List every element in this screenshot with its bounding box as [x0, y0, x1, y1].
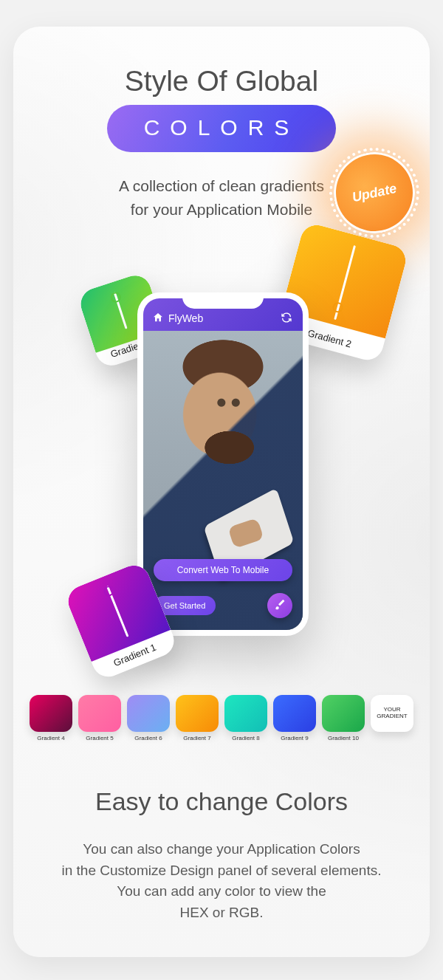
gradient-swatch-8[interactable]: Gradient 8 [224, 695, 267, 741]
hero-photo [143, 331, 303, 630]
update-badge-label: Update [351, 180, 398, 205]
gradient-preview [127, 695, 170, 732]
swatch-row: Gradient 4Gradient 5Gradient 6Gradient 7… [30, 695, 413, 741]
your-gradient-swatch[interactable]: YOUR GRADIENT [371, 695, 413, 732]
swatch-label: Gradient 9 [273, 735, 316, 741]
colors-pill: COLORS [107, 105, 336, 152]
your-gradient-label: YOUR GRADIENT [371, 695, 413, 732]
gradient-preview [322, 695, 365, 732]
swatch-label: Gradient 4 [30, 735, 72, 741]
gradient-preview [30, 695, 72, 732]
section-heading: Easy to change Colors [13, 787, 430, 816]
page-title: Style Of Global [13, 65, 430, 97]
swatch-label: Gradient 8 [224, 735, 267, 741]
swatch-label: Gradient 5 [78, 735, 121, 741]
refresh-icon[interactable] [281, 312, 292, 326]
gradient-swatch-9[interactable]: Gradient 9 [273, 695, 316, 741]
home-icon [152, 312, 164, 326]
body-line-4: HEX or RGB. [180, 905, 264, 920]
body-line-1: You can also change your Application Col… [83, 841, 360, 857]
gradient-preview [78, 695, 121, 732]
phone-notch [182, 292, 264, 309]
subtitle-line-1: A collection of clean gradients [119, 177, 324, 194]
brush-icon [274, 598, 286, 613]
subtitle-line-2: for your Application Mobile [131, 201, 312, 218]
swatch-label: Gradient 7 [176, 735, 219, 741]
body-line-3: You can add any color to view the [117, 883, 326, 899]
gradient-swatch-5[interactable]: Gradient 5 [78, 695, 121, 741]
phone-content: Convert Web To Mobile Get Started [143, 331, 303, 630]
body-copy: You can also change your Application Col… [40, 839, 403, 923]
phone-mockup: FlyWeb Convert Web To Mobile Get Started [137, 292, 309, 636]
gradient-swatch-4[interactable]: Gradient 4 [30, 695, 72, 741]
body-line-2: in the Customize Design panel of several… [61, 863, 381, 878]
swatch-label: Gradient 6 [127, 735, 170, 741]
update-badge: Update [326, 145, 422, 241]
gradient-swatch-7[interactable]: Gradient 7 [176, 695, 219, 741]
gradient-preview [224, 695, 267, 732]
app-name: FlyWeb [168, 312, 203, 324]
gradient-swatch-10[interactable]: Gradient 10 [322, 695, 365, 741]
swatch-label: Gradient 10 [322, 735, 365, 741]
gradient-preview [176, 695, 219, 732]
brush-fab[interactable] [267, 593, 292, 618]
gradient-swatch-6[interactable]: Gradient 6 [127, 695, 170, 741]
promo-card: Style Of Global COLORS A collection of c… [13, 27, 430, 957]
cta-primary-button[interactable]: Convert Web To Mobile [154, 559, 292, 581]
gradient-preview [273, 695, 316, 732]
